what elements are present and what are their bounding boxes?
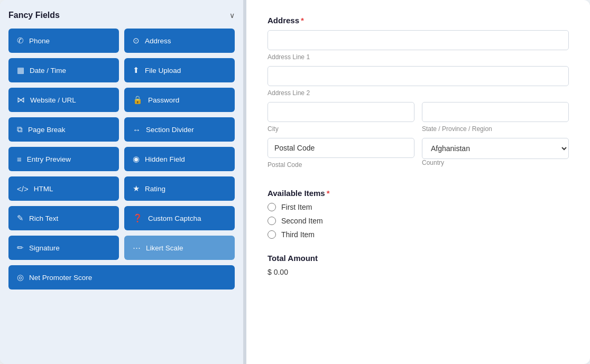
- rich-text-label: Rich Text: [29, 214, 58, 222]
- section-divider-icon: ↔: [133, 125, 141, 134]
- address-line1-input[interactable]: [268, 30, 569, 50]
- radio-item-item2: Second Item: [268, 217, 569, 225]
- password-label: Password: [148, 96, 179, 104]
- total-amount-label: Total Amount: [268, 254, 569, 263]
- radio-label-item3: Third Item: [281, 230, 315, 239]
- custom-captcha-icon: ❓: [133, 213, 143, 223]
- radio-item1[interactable]: [268, 203, 276, 211]
- address-icon: ⊙: [133, 36, 140, 45]
- section-divider-label: Section Divider: [146, 126, 194, 134]
- available-items-section: Available Items* First ItemSecond ItemTh…: [268, 189, 569, 239]
- field-btn-rich-text[interactable]: ✎Rich Text: [8, 206, 119, 230]
- radio-group: First ItemSecond ItemThird Item: [268, 203, 569, 239]
- chevron-down-icon: ∨: [229, 11, 235, 20]
- field-btn-custom-captcha[interactable]: ❓Custom Captcha: [124, 206, 235, 230]
- datetime-label: Date / Time: [30, 67, 66, 74]
- field-btn-likert-scale[interactable]: ⋯Likert Scale: [124, 236, 235, 260]
- hidden-field-icon: ◉: [133, 154, 140, 164]
- signature-icon: ✏: [17, 243, 24, 253]
- rating-icon: ★: [133, 184, 140, 193]
- field-btn-entry-preview[interactable]: ≡Entry Preview: [8, 147, 119, 171]
- html-label: HTML: [34, 185, 53, 193]
- field-btn-hidden-field[interactable]: ◉Hidden Field: [124, 147, 235, 171]
- radio-label-item1: First Item: [281, 203, 312, 211]
- phone-label: Phone: [29, 37, 50, 45]
- rich-text-icon: ✎: [17, 213, 24, 223]
- radio-item-item3: Third Item: [268, 230, 569, 239]
- field-btn-password[interactable]: 🔒Password: [124, 88, 235, 112]
- field-btn-file-upload[interactable]: ⬆File Upload: [124, 58, 235, 82]
- html-icon: </>: [17, 184, 29, 193]
- panel-header: Fancy Fields ∨: [8, 11, 235, 20]
- postal-code-hint: Postal Code: [268, 161, 414, 169]
- field-btn-signature[interactable]: ✏Signature: [8, 236, 119, 260]
- field-btn-phone[interactable]: ✆Phone: [8, 29, 119, 53]
- state-hint: State / Province / Region: [422, 125, 569, 133]
- field-btn-page-break[interactable]: ⧉Page Break: [8, 117, 119, 142]
- city-input[interactable]: [268, 102, 414, 122]
- radio-label-item2: Second Item: [281, 217, 323, 225]
- rating-label: Rating: [145, 185, 165, 193]
- datetime-icon: ▦: [17, 66, 24, 75]
- country-select[interactable]: AfghanistanAlbaniaAlgeriaUnited StatesUn…: [422, 138, 569, 159]
- city-hint: City: [268, 125, 414, 133]
- page-break-icon: ⧉: [17, 125, 23, 134]
- file-upload-label: File Upload: [145, 67, 181, 74]
- postal-code-input[interactable]: [268, 138, 414, 158]
- field-btn-datetime[interactable]: ▦Date / Time: [8, 58, 119, 82]
- file-upload-icon: ⬆: [133, 66, 140, 75]
- state-input[interactable]: [422, 102, 569, 122]
- address-line2-hint: Address Line 2: [268, 89, 569, 97]
- field-btn-section-divider[interactable]: ↔Section Divider: [124, 117, 235, 142]
- radio-item3[interactable]: [268, 230, 276, 239]
- website-url-label: Website / URL: [30, 96, 76, 104]
- hidden-field-label: Hidden Field: [145, 155, 185, 163]
- left-panel: Fancy Fields ∨ ✆Phone⊙Address▦Date / Tim…: [0, 0, 243, 364]
- field-btn-address[interactable]: ⊙Address: [124, 29, 235, 53]
- address-line2-input[interactable]: [268, 66, 569, 86]
- password-icon: 🔒: [133, 95, 143, 105]
- address-line1-hint: Address Line 1: [268, 53, 569, 61]
- total-amount-section: Total Amount $ 0.00: [268, 254, 569, 276]
- radio-item2[interactable]: [268, 217, 276, 225]
- likert-scale-icon: ⋯: [133, 243, 141, 253]
- total-amount-value: $ 0.00: [268, 268, 569, 276]
- field-btn-html[interactable]: </>HTML: [8, 176, 119, 201]
- country-hint: Country: [422, 159, 569, 166]
- right-panel: Address* Address Line 1 Address Line 2 C…: [246, 0, 590, 364]
- field-btn-website-url[interactable]: ⋈Website / URL: [8, 88, 119, 112]
- net-promoter-score-icon: ◎: [17, 273, 24, 282]
- page-break-label: Page Break: [28, 126, 66, 134]
- address-label: Address: [145, 37, 171, 45]
- likert-scale-label: Likert Scale: [146, 244, 183, 252]
- radio-item-item1: First Item: [268, 203, 569, 211]
- entry-preview-icon: ≡: [17, 155, 22, 164]
- entry-preview-label: Entry Preview: [27, 155, 71, 163]
- address-label: Address*: [268, 16, 569, 25]
- fields-grid: ✆Phone⊙Address▦Date / Time⬆File Upload⋈W…: [8, 29, 235, 290]
- custom-captcha-label: Custom Captcha: [148, 214, 201, 222]
- address-section: Address* Address Line 1 Address Line 2 C…: [268, 16, 569, 174]
- net-promoter-score-label: Net Promoter Score: [29, 274, 92, 282]
- panel-title: Fancy Fields: [8, 11, 60, 20]
- field-btn-net-promoter-score[interactable]: ◎Net Promoter Score: [8, 265, 235, 290]
- phone-icon: ✆: [17, 36, 24, 45]
- field-btn-rating[interactable]: ★Rating: [124, 176, 235, 201]
- signature-label: Signature: [29, 244, 60, 252]
- website-url-icon: ⋈: [17, 95, 25, 105]
- available-items-label: Available Items*: [268, 189, 569, 198]
